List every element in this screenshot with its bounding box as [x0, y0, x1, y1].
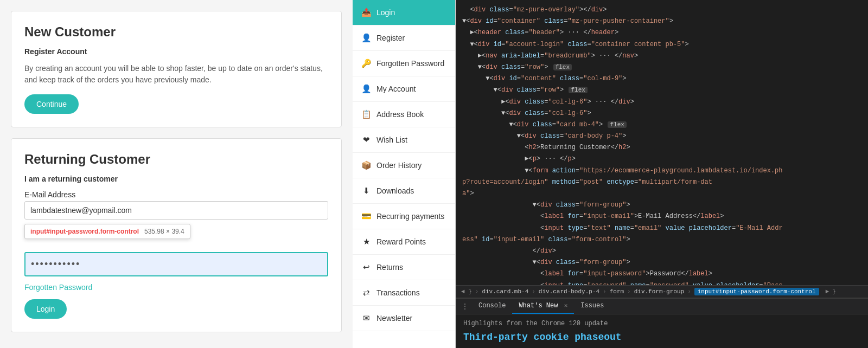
tooltip-box: input#input-password.form-control 535.98… [24, 224, 190, 239]
devtools-tabs-bar: ⋮ Console What's New ✕ Issues [456, 298, 868, 314]
sidebar-item-forgotten-password[interactable]: 🔑Forgotten Password [353, 51, 455, 76]
email-input-wrapper: input#input-password.form-control 535.98… [24, 201, 328, 220]
middle-nav: 📤Login👤Register🔑Forgotten Password👤My Ac… [353, 0, 456, 348]
devtools-panel: <div class="mz-pure-overlay"></div>▼<div… [456, 0, 868, 348]
login-button[interactable]: Login [24, 299, 67, 319]
sidebar-item-label-recurring-payments: Recurring payments [376, 212, 444, 221]
password-input[interactable] [24, 252, 328, 276]
my-account-icon: 👤 [361, 84, 371, 94]
devtools-line: ►<div class="col-lg-6"> ··· </div> [462, 96, 861, 108]
register-icon: 👤 [361, 33, 371, 43]
returning-customer-subtitle: I am a returning customer [24, 173, 328, 185]
new-customer-title: New Customer [24, 24, 328, 40]
devtools-line: <h2>Returning Customer</h2> [462, 142, 861, 153]
recurring-payments-icon: 💳 [361, 211, 371, 221]
devtools-line: ►<p> ··· </p> [462, 153, 861, 165]
tab-issues[interactable]: Issues [574, 299, 610, 314]
sidebar-item-label-login: Login [376, 8, 395, 17]
devtools-line: ▼<form action="https://ecommerce-playgro… [462, 165, 861, 177]
reward-points-icon: ★ [361, 237, 371, 247]
devtools-line: <div class="mz-pure-overlay"></div> [462, 4, 861, 16]
devtools-line: </div> [462, 246, 861, 257]
devtools-line: <input type="text" name="email" value pl… [462, 223, 861, 234]
devtools-line: <input type="password" name="password" v… [462, 280, 861, 286]
email-input[interactable] [24, 201, 328, 220]
sidebar-item-label-wish-list: Wish List [376, 136, 407, 144]
sidebar-item-label-returns: Returns [376, 263, 403, 272]
sidebar-item-order-history[interactable]: 📦Order History [353, 153, 455, 178]
newsletter-icon: ✉ [361, 313, 371, 323]
email-form-group: E-Mail Address input#input-password.form… [24, 190, 328, 220]
email-label: E-Mail Address [24, 190, 328, 199]
forgotten-password-link[interactable]: Forgotten Password [24, 283, 328, 292]
new-customer-subtitle: Register Account [24, 46, 328, 57]
devtools-line: ess" id="input-email" class="form-contro… [462, 234, 861, 246]
sidebar-item-label-register: Register [376, 34, 405, 42]
returning-customer-title: Returning Customer [24, 152, 328, 167]
devtools-breadcrumb: ◄ } › div.card.mb-4 › div.card-body.p-4 … [456, 285, 868, 298]
breadcrumb-form[interactable]: form [610, 288, 624, 295]
highlights-text: Highlights from the Chrome 120 update [463, 320, 860, 327]
devtools-bottom-panel: Highlights from the Chrome 120 update Th… [456, 314, 868, 348]
devtools-line: ▼<div id="content" class="col-md-9"> [462, 73, 861, 85]
devtools-line: ▼<div class="card mb-4"> flex [462, 119, 861, 131]
new-customer-card: New Customer Register Account By creatin… [11, 11, 342, 127]
breadcrumb-formgroup[interactable]: div.form-group [634, 288, 684, 295]
devtools-line: ►<header class="header"> ··· </header> [462, 27, 861, 38]
sidebar-item-transactions[interactable]: ⇄Transactions [353, 280, 455, 306]
sidebar-item-label-transactions: Transactions [376, 288, 420, 297]
devtools-line: <label for="input-email">E-Mail Address<… [462, 211, 861, 222]
devtools-line: p?route=account/login" method="post" enc… [462, 177, 861, 188]
left-panel: New Customer Register Account By creatin… [0, 0, 353, 348]
cookie-phaseout-title: Third-party cookie phaseout [463, 332, 860, 343]
downloads-icon: ⬇ [361, 186, 371, 196]
sidebar-item-recurring-payments[interactable]: 💳Recurring payments [353, 204, 455, 229]
tooltip-size: 535.98 × 39.4 [144, 228, 184, 235]
sidebar-item-wish-list[interactable]: ❤Wish List [353, 127, 455, 153]
devtools-line: ▼<div class="col-lg-6"> [462, 108, 861, 119]
breadcrumb-toggle[interactable]: ◄ } [461, 288, 472, 295]
sidebar-item-label-order-history: Order History [376, 161, 422, 170]
breadcrumb-cardbody[interactable]: div.card-body.p-4 [539, 288, 599, 295]
tab-whats-new[interactable]: What's New ✕ [512, 299, 574, 314]
tab-close-whats-new[interactable]: ✕ [564, 302, 568, 309]
sidebar-item-label-my-account: My Account [376, 85, 416, 93]
devtools-line: ▼<div id="account-login" class="containe… [462, 39, 861, 50]
devtools-menu-dots[interactable]: ⋮ [461, 302, 469, 311]
sidebar-item-newsletter[interactable]: ✉Newsletter [353, 306, 455, 331]
order-history-icon: 📦 [361, 160, 371, 170]
devtools-line: ▼<div class="form-group"> [462, 257, 861, 268]
devtools-line: ▼<div class="row"> flex [462, 62, 861, 73]
tooltip-label: input#input-password.form-control [30, 228, 139, 235]
devtools-line: a"> [462, 188, 861, 199]
forgotten-password-icon: 🔑 [361, 59, 371, 68]
returning-customer-card: Returning Customer I am a returning cust… [11, 138, 342, 332]
breadcrumb-card[interactable]: div.card.mb-4 [482, 288, 528, 295]
devtools-line: ▼<div class="form-group"> [462, 199, 861, 211]
devtools-html-view[interactable]: <div class="mz-pure-overlay"></div>▼<div… [456, 0, 868, 285]
sidebar-item-returns[interactable]: ↩Returns [353, 255, 455, 280]
tab-console[interactable]: Console [472, 299, 512, 314]
sidebar-item-login[interactable]: 📤Login [353, 0, 455, 25]
devtools-line: ▼<div class="card-body p-4"> [462, 131, 861, 142]
sidebar-item-my-account[interactable]: 👤My Account [353, 76, 455, 102]
devtools-line: ▼<div id="container" class="mz-pure-push… [462, 16, 861, 27]
password-form-group [24, 252, 328, 276]
breadcrumb-active[interactable]: input#input-password.form-control [694, 288, 819, 295]
sidebar-item-downloads[interactable]: ⬇Downloads [353, 178, 455, 204]
transactions-icon: ⇄ [361, 288, 371, 298]
login-icon: 📤 [361, 8, 371, 17]
sidebar-item-address-book[interactable]: 📋Address Book [353, 102, 455, 127]
address-book-icon: 📋 [361, 109, 371, 119]
devtools-line: <label for="input-password">Password</la… [462, 268, 861, 280]
sidebar-item-reward-points[interactable]: ★Reward Points [353, 229, 455, 255]
wish-list-icon: ❤ [361, 135, 371, 145]
devtools-line: ▼<div class="row"> flex [462, 85, 861, 96]
sidebar-item-label-newsletter: Newsletter [376, 314, 412, 323]
continue-button[interactable]: Continue [24, 94, 79, 114]
returns-icon: ↩ [361, 262, 371, 272]
sidebar-item-register[interactable]: 👤Register [353, 25, 455, 51]
sidebar-item-label-reward-points: Reward Points [376, 237, 426, 246]
new-customer-description: By creating an account you will be able … [24, 63, 328, 86]
sidebar-item-label-downloads: Downloads [376, 186, 414, 195]
